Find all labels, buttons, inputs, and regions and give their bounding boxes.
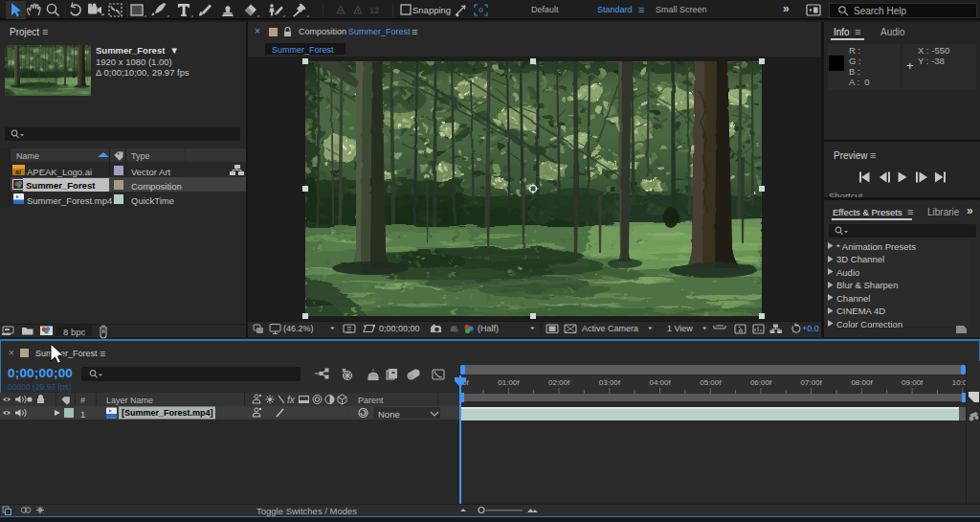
svg-text:12: 12 (369, 6, 379, 15)
svg-text:ai: ai (15, 169, 21, 175)
svg-text:fx: fx (287, 395, 296, 405)
